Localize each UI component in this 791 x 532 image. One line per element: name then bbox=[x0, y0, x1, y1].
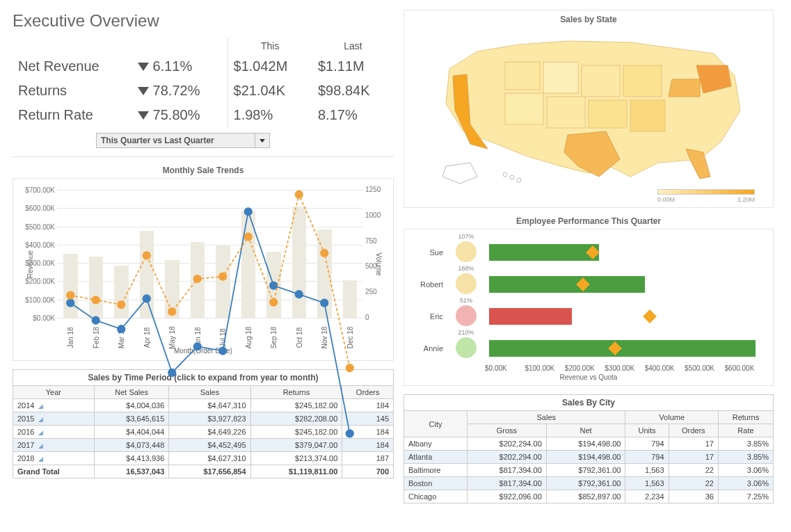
x-tick: $600.00K bbox=[725, 364, 765, 372]
map-legend-min: 0.00M bbox=[657, 196, 675, 203]
table-header: Year bbox=[13, 386, 95, 399]
kpi-this: 1.98% bbox=[227, 103, 312, 127]
map-legend-max: 1.20M bbox=[737, 196, 755, 203]
table-header: Orders bbox=[669, 424, 718, 437]
employee-bar-area bbox=[489, 339, 765, 358]
kpi-col-last: Last bbox=[312, 38, 394, 54]
sales-time-period-panel: Sales by Time Period (click to expand fr… bbox=[13, 369, 394, 478]
table-row[interactable]: 2017 ◢$4,073,448$4,452,495$379,047.00184 bbox=[13, 439, 394, 452]
table-row[interactable]: 2016 ◢$4,404,044$4,649,226$245,182.00184 bbox=[13, 426, 394, 439]
employee-perf-chart[interactable]: Sue107%Robert168%Eric51%Annie210% $0.00K… bbox=[404, 229, 774, 386]
employee-status-dot bbox=[456, 305, 477, 326]
time-period-table[interactable]: YearNet SalesSalesReturnsOrders 2014 ◢$4… bbox=[13, 385, 394, 478]
svg-rect-26 bbox=[582, 65, 620, 97]
table-header: Sales bbox=[169, 386, 250, 399]
x-tick: $500.00K bbox=[685, 364, 724, 372]
employee-status-dot bbox=[456, 337, 477, 358]
kpi-last: $98.84K bbox=[312, 79, 394, 103]
employee-bar-area bbox=[489, 243, 765, 262]
table-total-row: Grand Total16,537,043$17,656,854$1,119,8… bbox=[13, 465, 394, 478]
chevron-down-icon bbox=[255, 134, 265, 147]
svg-rect-24 bbox=[505, 62, 540, 90]
svg-rect-29 bbox=[547, 97, 585, 128]
kpi-change: 75.80% bbox=[132, 103, 227, 127]
table-header: Net Sales bbox=[94, 386, 169, 399]
map-legend-gradient bbox=[657, 189, 755, 195]
employee-bar-area bbox=[489, 307, 765, 326]
employee-pct-label: 168% bbox=[458, 265, 474, 272]
employee-row[interactable]: Robert168% bbox=[413, 268, 765, 300]
map-title: Sales by State bbox=[408, 15, 769, 24]
svg-rect-31 bbox=[630, 100, 665, 131]
period-dropdown[interactable]: This Quarter vs Last Quarter bbox=[96, 133, 270, 148]
table-row[interactable]: Atlanta$202,294.00$194,498.00794173.85% bbox=[404, 451, 774, 464]
table-header: Orders bbox=[342, 386, 394, 399]
table-header-group: Volume bbox=[625, 411, 719, 424]
x-tick: $400.00K bbox=[645, 364, 685, 372]
svg-point-33 bbox=[510, 175, 514, 179]
employee-pct-label: 51% bbox=[460, 297, 472, 304]
employee-status-dot bbox=[456, 273, 477, 294]
page-title: Executive Overview bbox=[13, 11, 394, 31]
employee-row[interactable]: Annie210% bbox=[413, 332, 765, 364]
employee-bar-area bbox=[489, 275, 765, 294]
table-row[interactable]: 2015 ◢$3,645,615$3,927,823$282,208.00145 bbox=[13, 412, 394, 426]
kpi-label: Return Rate bbox=[13, 103, 132, 127]
sales-by-state-map[interactable]: Sales by State bbox=[404, 10, 774, 208]
table-row[interactable]: Baltimore$817,394.00$792,361.001,563223.… bbox=[404, 464, 774, 477]
period-dropdown-value: This Quarter vs Last Quarter bbox=[101, 136, 214, 145]
svg-rect-28 bbox=[505, 93, 543, 124]
sales-by-city-table[interactable]: CitySalesVolumeReturns GrossNetUnitsOrde… bbox=[404, 410, 774, 503]
employee-name: Robert bbox=[413, 280, 443, 289]
employee-name: Eric bbox=[413, 312, 443, 321]
employee-row[interactable]: Eric51% bbox=[413, 300, 765, 332]
kpi-last: 8.17% bbox=[312, 103, 394, 127]
kpi-last: $1.11M bbox=[312, 54, 394, 79]
employee-perf-title: Employee Performance This Quarter bbox=[404, 216, 774, 226]
trend-arrow-icon bbox=[138, 111, 149, 120]
employee-status-dot bbox=[456, 241, 477, 262]
svg-rect-27 bbox=[623, 65, 662, 97]
trend-arrow-icon bbox=[138, 63, 149, 71]
us-map-svg bbox=[408, 27, 769, 187]
employee-xlabel: Revenue vs Quota bbox=[413, 373, 765, 381]
sales-by-city-title: Sales By City bbox=[404, 394, 774, 410]
svg-point-32 bbox=[503, 172, 507, 177]
employee-name: Annie bbox=[413, 344, 443, 353]
x-tick: $200.00K bbox=[565, 364, 605, 372]
table-header: Returns bbox=[250, 386, 342, 399]
kpi-change: 6.11% bbox=[132, 54, 227, 79]
quota-marker-icon bbox=[643, 309, 657, 323]
kpi-summary-table: This Last Net Revenue6.11%$1.042M$1.11MR… bbox=[13, 38, 394, 127]
monthly-trends-title: Monthly Sale Trends bbox=[13, 166, 394, 175]
table-row[interactable]: Chicago$922,096.00$852,897.002,234367.25… bbox=[404, 490, 774, 503]
kpi-col-this: This bbox=[227, 38, 312, 54]
sales-by-city-panel: Sales By City CitySalesVolumeReturns Gro… bbox=[404, 394, 774, 503]
table-header: Rate bbox=[718, 424, 773, 437]
svg-rect-25 bbox=[543, 62, 578, 93]
table-header-group: Returns bbox=[718, 411, 773, 424]
table-header-group: City bbox=[404, 411, 468, 437]
monthly-trends-chart[interactable]: Revenue Volume $0.00K$100.00K$200.00K$30… bbox=[13, 178, 394, 361]
trend-arrow-icon bbox=[138, 87, 149, 95]
table-row[interactable]: Albany$202,294.00$194,498.00794173.85% bbox=[404, 437, 774, 451]
kpi-this: $21.04K bbox=[227, 79, 312, 103]
table-row[interactable]: 2018 ◢$4,413,936$4,627,310$213,374.00187 bbox=[13, 452, 394, 465]
table-row[interactable]: 2014 ◢$4,004,036$4,647,310$245,182.00184 bbox=[13, 399, 394, 412]
table-header-group: Sales bbox=[468, 411, 625, 424]
employee-row[interactable]: Sue107% bbox=[413, 236, 765, 268]
svg-point-34 bbox=[517, 178, 521, 182]
table-header: Net bbox=[546, 424, 625, 437]
time-period-title: Sales by Time Period (click to expand fr… bbox=[13, 369, 394, 385]
x-axis-label: Month(Order Date) bbox=[19, 347, 387, 355]
svg-rect-30 bbox=[589, 100, 627, 128]
x-tick: $100.00K bbox=[525, 364, 564, 372]
x-tick: $0.00K bbox=[485, 364, 525, 372]
employee-pct-label: 210% bbox=[458, 329, 474, 336]
table-row[interactable]: Boston$817,394.00$792,361.001,563223.06% bbox=[404, 477, 774, 490]
employee-pct-label: 107% bbox=[458, 233, 474, 240]
kpi-this: $1.042M bbox=[227, 54, 312, 79]
employee-name: Sue bbox=[413, 248, 443, 257]
kpi-label: Net Revenue bbox=[13, 54, 132, 79]
kpi-label: Returns bbox=[13, 79, 132, 103]
